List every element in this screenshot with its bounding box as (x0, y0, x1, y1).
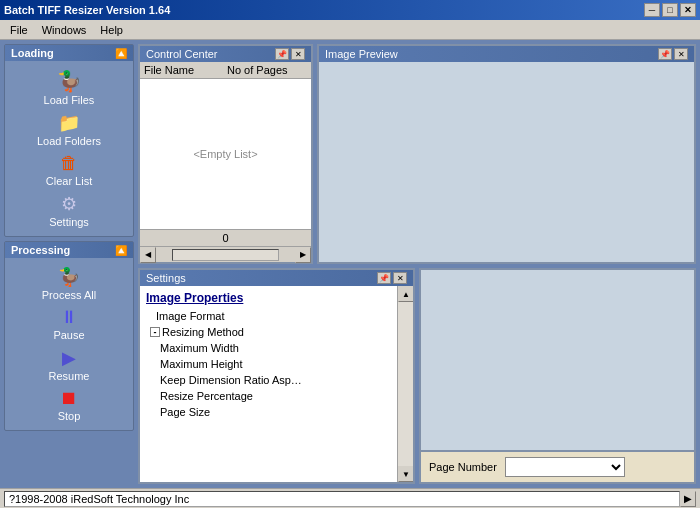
menu-bar: File Windows Help (0, 20, 700, 40)
sv-track[interactable] (398, 302, 413, 466)
cc-scrollbar-h[interactable]: ◀ ▶ (140, 246, 311, 262)
load-files-button[interactable]: 🦆 Load Files (11, 67, 127, 108)
load-files-icon: 🦆 (57, 69, 82, 93)
settings-title: Settings (146, 272, 186, 284)
load-folders-button[interactable]: 📁 Load Folders (11, 110, 127, 149)
settings-panel: Settings 📌 ✕ Image Properties Image Form… (138, 268, 415, 484)
cc-header-controls: 📌 ✕ (275, 48, 305, 60)
settings-scrollbar-v[interactable]: ▲ ▼ (397, 286, 413, 482)
tree-label-resizing: Resizing Method (162, 326, 244, 338)
processing-title: Processing (11, 244, 70, 256)
image-preview-header: Image Preview 📌 ✕ (319, 46, 694, 62)
pause-icon: ⏸ (60, 307, 78, 328)
process-all-button[interactable]: 🦆 Process All (11, 264, 127, 303)
main-area: Loading 🔼 🦆 Load Files 📁 Load Folders 🗑 … (0, 40, 700, 488)
image-preview-panel: Image Preview 📌 ✕ (317, 44, 696, 264)
cc-empty-text: <Empty List> (193, 148, 257, 160)
tree-group-resizing-method[interactable]: - Resizing Method (140, 324, 397, 340)
stop-button[interactable]: ⏹ Stop (11, 386, 127, 424)
sv-down-arrow[interactable]: ▼ (398, 466, 413, 482)
tree-item-page-size[interactable]: Page Size (140, 404, 397, 420)
settings-tree: Image Properties Image Format - Resizing… (140, 286, 397, 482)
cc-table-body[interactable]: <Empty List> (140, 79, 311, 229)
cc-page-count: 0 (222, 232, 228, 244)
processing-header: Processing 🔼 (5, 242, 133, 258)
menu-help[interactable]: Help (94, 22, 129, 38)
control-center-panel: Control Center 📌 ✕ File Name No of Pages… (138, 44, 313, 264)
resume-label: Resume (49, 370, 90, 382)
title-controls: ─ □ ✕ (644, 3, 696, 17)
settings-label: Settings (49, 216, 89, 228)
cc-col-pages: No of Pages (227, 64, 307, 76)
scrollbar-left-arrow[interactable]: ◀ (140, 247, 156, 263)
processing-collapse-icon[interactable]: 🔼 (115, 245, 127, 256)
right-area: Control Center 📌 ✕ File Name No of Pages… (138, 44, 696, 484)
resume-icon: ▶ (62, 347, 76, 369)
status-text: ?1998-2008 iRedSoft Technology Inc (4, 491, 680, 507)
cc-close-button[interactable]: ✕ (291, 48, 305, 60)
preview-close-button[interactable]: ✕ (674, 48, 688, 60)
tree-root-image-properties[interactable]: Image Properties (140, 288, 397, 308)
menu-windows[interactable]: Windows (36, 22, 93, 38)
resume-button[interactable]: ▶ Resume (11, 345, 127, 384)
scrollbar-right-arrow[interactable]: ▶ (295, 247, 311, 263)
cc-col-filename: File Name (144, 64, 227, 76)
stop-label: Stop (58, 410, 81, 422)
preview-pin-button[interactable]: 📌 (658, 48, 672, 60)
left-panel: Loading 🔼 🦆 Load Files 📁 Load Folders 🗑 … (4, 44, 134, 484)
settings-close-button[interactable]: ✕ (393, 272, 407, 284)
right-bottom: Settings 📌 ✕ Image Properties Image Form… (138, 268, 696, 484)
control-center-header: Control Center 📌 ✕ (140, 46, 311, 62)
clear-list-button[interactable]: 🗑 Clear List (11, 151, 127, 189)
pause-label: Pause (53, 329, 84, 341)
status-message: ?1998-2008 iRedSoft Technology Inc (9, 493, 189, 505)
preview-footer-area: Page Number (419, 268, 696, 484)
tree-item-max-width[interactable]: Maximum Width (140, 340, 397, 356)
load-folders-icon: 📁 (58, 112, 80, 134)
clear-list-label: Clear List (46, 175, 92, 187)
load-folders-label: Load Folders (37, 135, 101, 147)
preview-header-controls: 📌 ✕ (658, 48, 688, 60)
page-number-select[interactable] (505, 457, 625, 477)
title-bar: Batch TIFF Resizer Version 1.64 ─ □ ✕ (0, 0, 700, 20)
image-preview-title: Image Preview (325, 48, 398, 60)
settings-pin-button[interactable]: 📌 (377, 272, 391, 284)
cc-pin-button[interactable]: 📌 (275, 48, 289, 60)
clear-list-icon: 🗑 (60, 153, 78, 174)
cc-table-header: File Name No of Pages (140, 62, 311, 79)
settings-header: Settings 📌 ✕ (140, 270, 413, 286)
app-title: Batch TIFF Resizer Version 1.64 (4, 4, 170, 16)
settings-header-controls: 📌 ✕ (377, 272, 407, 284)
status-bar: ?1998-2008 iRedSoft Technology Inc ▶ (0, 488, 700, 508)
close-button[interactable]: ✕ (680, 3, 696, 17)
load-files-label: Load Files (44, 94, 95, 106)
menu-file[interactable]: File (4, 22, 34, 38)
processing-panel: Processing 🔼 🦆 Process All ⏸ Pause ▶ Res… (4, 241, 134, 431)
tree-item-image-format[interactable]: Image Format (140, 308, 397, 324)
tree-item-max-height[interactable]: Maximum Height (140, 356, 397, 372)
stop-icon: ⏹ (60, 388, 78, 409)
sv-up-arrow[interactable]: ▲ (398, 286, 413, 302)
tree-expand-resizing[interactable]: - (150, 327, 160, 337)
tree-item-resize-percentage[interactable]: Resize Percentage (140, 388, 397, 404)
scrollbar-h-track[interactable] (172, 249, 279, 261)
tree-item-keep-dimension[interactable]: Keep Dimension Ratio Asp… (140, 372, 397, 388)
status-icon[interactable]: ▶ (680, 491, 696, 507)
process-all-label: Process All (42, 289, 96, 301)
processing-content: 🦆 Process All ⏸ Pause ▶ Resume ⏹ Stop (5, 258, 133, 430)
preview-footer: Page Number (421, 450, 694, 482)
loading-content: 🦆 Load Files 📁 Load Folders 🗑 Clear List… (5, 61, 133, 236)
right-top: Control Center 📌 ✕ File Name No of Pages… (138, 44, 696, 264)
preview-bottom-space (421, 270, 694, 450)
preview-content (319, 62, 694, 262)
minimize-button[interactable]: ─ (644, 3, 660, 17)
pause-button[interactable]: ⏸ Pause (11, 305, 127, 343)
settings-icon: ⚙ (61, 193, 77, 215)
loading-header: Loading 🔼 (5, 45, 133, 61)
page-number-label: Page Number (429, 461, 497, 473)
settings-content: Image Properties Image Format - Resizing… (140, 286, 413, 482)
maximize-button[interactable]: □ (662, 3, 678, 17)
loading-collapse-icon[interactable]: 🔼 (115, 48, 127, 59)
loading-title: Loading (11, 47, 54, 59)
settings-button[interactable]: ⚙ Settings (11, 191, 127, 230)
